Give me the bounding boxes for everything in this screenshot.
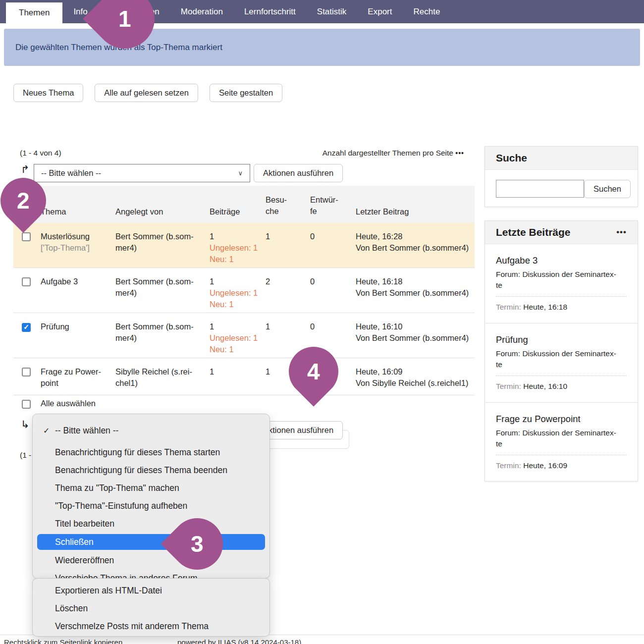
recent-post-title[interactable]: Prüfung xyxy=(496,334,627,345)
termin-label: Termin: xyxy=(496,303,521,311)
tab-moderation[interactable]: Moderation xyxy=(181,0,223,23)
menu-item-merge-posts[interactable]: Verschmelze Posts mit anderem Thema xyxy=(33,617,269,635)
tab-themen[interactable]: Themen xyxy=(6,2,62,23)
menu-item-make-top-topic[interactable]: Thema zu "Top-Thema" machen xyxy=(33,479,269,497)
termin-label: Termin: xyxy=(496,461,521,470)
action-dropdown-menu-lower: Exportieren als HTML-Datei Löschen Versc… xyxy=(32,578,270,637)
action-select-top-value: -- Bitte wählen -- xyxy=(41,168,101,178)
tab-export[interactable]: Export xyxy=(368,0,392,23)
execute-actions-button-top[interactable]: Aktionen ausführen xyxy=(254,164,343,182)
recent-post-entry: Prüfung Forum: Diskussion der Seminartex… xyxy=(485,323,638,403)
posts-count: 1 xyxy=(210,231,266,242)
unread-info: Ungelesen: 1 Neu: 1 xyxy=(210,287,266,310)
recent-post-forum: Forum: Diskussion der Seminartex- te xyxy=(496,428,627,450)
search-input[interactable] xyxy=(496,180,584,198)
row-checkbox[interactable] xyxy=(22,277,31,286)
annotation-number: 1 xyxy=(118,5,131,32)
footer-powered-by[interactable]: powered by ILIAS (v8.14 2024-03-18) xyxy=(177,638,301,644)
tab-statistik[interactable]: Statistik xyxy=(317,0,347,23)
recent-post-forum: Forum: Diskussion der Seminartex- te xyxy=(496,269,627,291)
menu-item-label: Schließen xyxy=(55,537,94,547)
menu-item-label: Exportieren als HTML-Datei xyxy=(55,586,162,596)
forum-admin-page: Themen Info Einstellungen Moderation Ler… xyxy=(0,0,644,644)
search-panel: Suche Suchen xyxy=(484,146,638,207)
per-page-label: Anzahl dargestellter Themen pro Seite xyxy=(322,149,453,157)
topic-note: ['Top-Thema'] xyxy=(41,242,115,254)
menu-item-edit-title[interactable]: Titel bearbeiten xyxy=(33,515,269,533)
menu-item-delete[interactable]: Löschen xyxy=(33,599,269,617)
menu-item-label: "Top-Thema"-Einstufung aufheben xyxy=(55,501,187,511)
pagination-top: (1 - 4 von 4) xyxy=(20,149,61,158)
toolbar: Neues Thema Alle auf gelesen setzen Seit… xyxy=(13,84,282,102)
row-checkbox[interactable] xyxy=(22,232,31,241)
drafts-cell: 0 xyxy=(310,231,356,268)
creator-cell: Bert Sommer (b.som- mer4) xyxy=(115,231,210,268)
new-topic-button[interactable]: Neues Thema xyxy=(13,84,83,102)
apply-to-selection-top-icon: ↱ xyxy=(21,163,30,175)
menu-item-remove-top-topic[interactable]: "Top-Thema"-Einstufung aufheben xyxy=(33,497,269,515)
creator-cell: Sibylle Reichel (s.rei- chel1) xyxy=(115,366,210,389)
row-checkbox-checked[interactable]: ✓ xyxy=(22,323,31,332)
menu-item-bitte-waehlen[interactable]: ✓ -- Bitte wählen -- xyxy=(33,422,269,439)
topic-link[interactable]: Aufgabe 3 xyxy=(41,277,78,286)
menu-item-label: Löschen xyxy=(55,603,88,614)
visits-cell: 1 xyxy=(266,231,310,268)
search-button[interactable]: Suchen xyxy=(584,180,631,198)
table-row: ✓ Prüfung Bert Sommer (b.som- mer4) 1Ung… xyxy=(13,313,475,358)
termin-label: Termin: xyxy=(496,382,521,390)
last-post-cell: Heute, 16:09 Von Sibylle Reichel (s.reic… xyxy=(356,366,475,389)
col-header-entwuerfe[interactable]: Entwür-fe xyxy=(310,194,342,216)
col-header-letzter-beitrag[interactable]: Letzter Beitrag xyxy=(356,207,475,216)
menu-item-label: -- Bitte wählen -- xyxy=(55,426,118,436)
row-checkbox[interactable] xyxy=(22,368,31,376)
action-select-top[interactable]: -- Bitte wählen -- ∨ xyxy=(34,164,250,182)
topic-link[interactable]: Frage zu Power- point xyxy=(41,367,101,387)
col-header-beitraege[interactable]: Beiträge xyxy=(210,207,266,216)
topic-link[interactable]: Musterlösung xyxy=(41,232,90,241)
per-page-menu-icon[interactable]: ••• xyxy=(455,149,464,157)
recent-posts-title: Letzte Beiträge xyxy=(496,226,571,238)
topics-table: Thema Angelegt von Beiträge Besu-che Ent… xyxy=(13,186,475,395)
annotation-number: 3 xyxy=(191,531,204,557)
recent-post-title[interactable]: Aufgabe 3 xyxy=(496,255,627,266)
recent-posts-panel: Letzte Beiträge ••• Aufgabe 3 Forum: Dis… xyxy=(484,220,638,482)
topic-link[interactable]: Prüfung xyxy=(41,322,69,331)
menu-item-notify-start[interactable]: Benachrichtigung für dieses Thema starte… xyxy=(33,443,269,461)
col-header-angelegt-von[interactable]: Angelegt von xyxy=(115,207,210,216)
posts-count: 1 xyxy=(210,276,266,287)
drafts-cell: 0 xyxy=(310,276,356,313)
menu-item-label: Titel bearbeiten xyxy=(55,519,114,529)
table-row: Musterlösung['Top-Thema'] Bert Sommer (b… xyxy=(13,223,475,268)
search-panel-title: Suche xyxy=(496,152,527,164)
posts-count: 1 xyxy=(210,321,266,332)
creator-cell: Bert Sommer (b.som- mer4) xyxy=(115,321,210,358)
search-panel-body: Suchen xyxy=(485,170,638,208)
creator-cell: Bert Sommer (b.som- mer4) xyxy=(115,276,210,313)
menu-item-notify-stop[interactable]: Benachrichtigung für dieses Thema beende… xyxy=(33,461,269,479)
menu-item-export-html[interactable]: Exportieren als HTML-Datei xyxy=(33,582,269,599)
termin-value: Heute, 16:10 xyxy=(523,382,567,390)
select-all-label: Alle auswählen xyxy=(41,399,96,408)
recent-posts-header: Letzte Beiträge ••• xyxy=(485,221,638,244)
menu-item-label: Thema zu "Top-Thema" machen xyxy=(55,483,179,493)
annotation-number: 4 xyxy=(307,358,320,385)
table-row: Aufgabe 3 Bert Sommer (b.som- mer4) 1Ung… xyxy=(13,268,475,313)
footer-left-text[interactable]: Rechtsklick zum Seitenlink kopieren xyxy=(4,638,122,644)
col-header-thema[interactable]: Thema xyxy=(41,207,115,216)
menu-item-move-topic-clipped[interactable]: Verschiebe Thema in anderes Forum xyxy=(33,569,269,579)
dotted-divider xyxy=(496,296,627,297)
mark-all-read-button[interactable]: Alle auf gelesen setzen xyxy=(95,84,198,102)
menu-item-schliessen-highlighted[interactable]: Schließen xyxy=(37,534,265,550)
menu-item-label: Benachrichtigung für dieses Thema beende… xyxy=(55,465,227,476)
recent-post-title[interactable]: Frage zu Powerpoint xyxy=(496,414,627,425)
select-all-checkbox[interactable] xyxy=(22,400,31,409)
design-page-button[interactable]: Seite gestalten xyxy=(210,84,282,102)
tab-lernfortschritt[interactable]: Lernfortschritt xyxy=(244,0,296,23)
menu-item-label: Benachrichtigung für dieses Thema starte… xyxy=(55,447,220,458)
tab-rechte[interactable]: Rechte xyxy=(413,0,440,23)
col-header-besuche[interactable]: Besu-che xyxy=(266,194,297,216)
recent-post-entry: Frage zu Powerpoint Forum: Diskussion de… xyxy=(485,403,638,482)
menu-item-reopen[interactable]: Wiedereröffnen xyxy=(33,551,269,569)
unread-info: Ungelesen: 1 Neu: 1 xyxy=(210,332,266,355)
recent-posts-menu-icon[interactable]: ••• xyxy=(616,227,627,237)
